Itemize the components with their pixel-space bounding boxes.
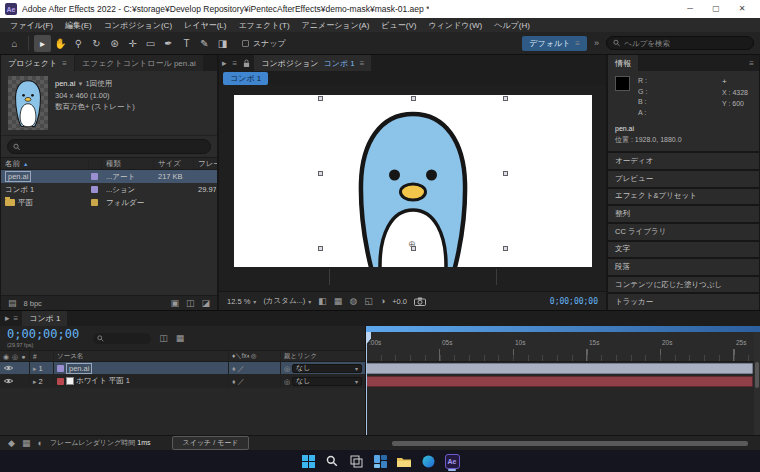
- frame-blending-icon[interactable]: ▦: [22, 439, 31, 448]
- continuous-rasterize-icon[interactable]: ／: [238, 378, 245, 385]
- taskbar-search-button[interactable]: [324, 453, 340, 469]
- label-color-chip[interactable]: [91, 186, 98, 193]
- help-search-box[interactable]: [606, 36, 754, 50]
- visibility-toggle[interactable]: [3, 378, 14, 384]
- current-time-indicator[interactable]: [366, 332, 367, 435]
- task-view-button[interactable]: [348, 453, 364, 469]
- horizontal-scrollbar[interactable]: [392, 441, 748, 446]
- project-search-input[interactable]: [25, 142, 205, 151]
- layer-name[interactable]: pen.ai: [66, 363, 92, 374]
- quality-switch-icon[interactable]: ♦: [232, 378, 236, 385]
- time-ruler[interactable]: :00s 05s 10s 15s 20s 25s: [366, 332, 760, 362]
- panel-header-audio[interactable]: オーディオ: [608, 153, 759, 169]
- trash-icon[interactable]: ◪: [201, 299, 210, 308]
- help-search-input[interactable]: [624, 39, 747, 48]
- layer-name[interactable]: ホワイト 平面 1: [76, 376, 130, 386]
- selection-handle[interactable]: [503, 171, 508, 176]
- column-size[interactable]: サイズ: [154, 158, 194, 169]
- minimize-button[interactable]: ─: [677, 0, 703, 18]
- after-effects-taskbar-button[interactable]: Ae: [444, 453, 460, 469]
- panel-header-tracker[interactable]: トラッカー: [608, 294, 759, 310]
- panel-menu-icon[interactable]: ≡: [14, 314, 19, 323]
- source-name-column-header[interactable]: ソース名: [54, 351, 229, 361]
- selection-handle[interactable]: [503, 246, 508, 251]
- timeline-track-area[interactable]: :00s 05s 10s 15s 20s 25s: [366, 326, 760, 435]
- footage-thumbnail[interactable]: [8, 76, 48, 130]
- lock-icon[interactable]: [243, 59, 250, 68]
- color-depth-button[interactable]: 8 bpc: [24, 299, 42, 308]
- panel-chevron-icon[interactable]: ▸: [5, 314, 10, 323]
- panel-header-align[interactable]: 整列: [608, 206, 759, 222]
- fast-previews-icon[interactable]: ◧: [318, 297, 327, 306]
- parent-select[interactable]: なし ▾: [292, 377, 362, 386]
- widgets-button[interactable]: [372, 453, 388, 469]
- zoom-level-select[interactable]: 12.5 % ▾: [227, 297, 256, 306]
- layer-bar-solid[interactable]: [366, 376, 753, 387]
- workspace-selector[interactable]: デフォルト ≡: [522, 36, 587, 51]
- layer-label-chip[interactable]: [57, 378, 64, 385]
- panel-menu-icon[interactable]: ≡: [360, 59, 365, 68]
- panel-menu-icon[interactable]: ≡: [62, 59, 67, 68]
- pickwhip-icon[interactable]: ◎: [284, 365, 290, 372]
- column-label[interactable]: [89, 158, 102, 169]
- column-fps[interactable]: フレー: [194, 158, 217, 169]
- panel-header-cc-libraries[interactable]: CC ライブラリ: [608, 224, 759, 240]
- tab-project[interactable]: プロジェクト ≡: [1, 55, 74, 71]
- new-folder-icon[interactable]: ▣: [170, 299, 179, 308]
- label-color-chip[interactable]: [91, 173, 98, 180]
- panel-chevron-icon[interactable]: ▸: [219, 59, 230, 68]
- selection-tool-icon[interactable]: ▸: [34, 35, 51, 52]
- tab-effect-controls[interactable]: エフェクトコントロール pen.ai: [75, 55, 203, 71]
- layer-expand-icon[interactable]: ▸: [33, 378, 37, 385]
- menu-view[interactable]: ビュー(V): [375, 20, 422, 31]
- selection-handle[interactable]: [318, 171, 323, 176]
- column-type[interactable]: 種類: [102, 158, 154, 169]
- transparency-grid-icon[interactable]: ▦: [334, 297, 343, 306]
- motion-blur-icon[interactable]: ◐: [37, 439, 42, 448]
- composition-mini-flowchart-icon[interactable]: ◫: [159, 334, 168, 343]
- shape-tool-icon[interactable]: ▭: [142, 35, 159, 52]
- visibility-toggle[interactable]: [3, 365, 14, 371]
- selection-handle[interactable]: [318, 246, 323, 251]
- exposure-value[interactable]: +0.0: [392, 297, 407, 306]
- rotate-tool-icon[interactable]: ↻: [88, 35, 105, 52]
- continuous-rasterize-icon[interactable]: ／: [238, 365, 245, 372]
- menu-help[interactable]: ヘルプ(H): [488, 20, 536, 31]
- start-button[interactable]: [300, 453, 316, 469]
- orbit-camera-tool-icon[interactable]: ⊛: [106, 35, 123, 52]
- menu-animation[interactable]: アニメーション(A): [296, 20, 376, 31]
- parent-column-header[interactable]: 親とリンク: [281, 351, 365, 361]
- snap-toggle[interactable]: スナップ: [242, 38, 286, 49]
- project-row-comp1[interactable]: コンポ 1 ...ション 29.97: [1, 183, 217, 196]
- close-button[interactable]: ✕: [729, 0, 755, 18]
- pan-behind-tool-icon[interactable]: ✛: [124, 35, 141, 52]
- file-explorer-button[interactable]: [396, 453, 412, 469]
- menu-file[interactable]: ファイル(F): [4, 20, 59, 31]
- workspace-overflow-icon[interactable]: »: [594, 38, 599, 48]
- pickwhip-icon[interactable]: ◎: [284, 378, 290, 385]
- panel-header-paragraph[interactable]: 段落: [608, 259, 759, 275]
- mask-visibility-icon[interactable]: ◍: [349, 297, 357, 306]
- composition-canvas[interactable]: ⊕: [234, 95, 592, 267]
- edge-browser-button[interactable]: [420, 453, 436, 469]
- caret-down-icon[interactable]: ▼: [78, 81, 84, 87]
- vertical-scrollbar[interactable]: [754, 332, 760, 435]
- panel-header-content-aware-fill[interactable]: コンテンツに応じた塗りつぶし: [608, 277, 759, 293]
- menu-window[interactable]: ウィンドウ(W): [422, 20, 488, 31]
- snapshot-camera-icon[interactable]: [414, 297, 426, 306]
- menu-composition[interactable]: コンポジション(C): [98, 20, 178, 31]
- project-row-folder[interactable]: 平面 フォルダー: [1, 196, 217, 209]
- hand-tool-icon[interactable]: ✋: [52, 35, 69, 52]
- maximize-button[interactable]: ▢: [703, 0, 729, 18]
- zoom-tool-icon[interactable]: ⚲: [70, 35, 87, 52]
- panel-list-icon[interactable]: ▤: [8, 299, 17, 308]
- shy-layers-icon[interactable]: ◆: [8, 439, 15, 448]
- panel-header-character[interactable]: 文字: [608, 242, 759, 258]
- selection-handle[interactable]: [411, 246, 416, 251]
- layer-bar-penai[interactable]: [366, 363, 753, 374]
- resolution-select[interactable]: (カスタム...) ▾: [263, 296, 311, 306]
- panel-menu-icon[interactable]: ≡: [231, 59, 240, 68]
- home-icon[interactable]: ⌂: [6, 35, 23, 52]
- eraser-tool-icon[interactable]: ◨: [214, 35, 231, 52]
- column-name[interactable]: 名前: [5, 159, 20, 169]
